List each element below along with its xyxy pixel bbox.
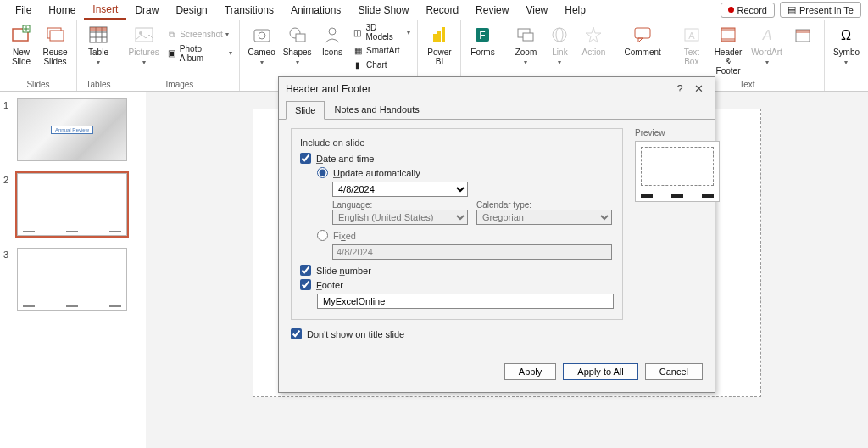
language-label: Language: <box>332 200 468 210</box>
photo-album-button[interactable]: ▣Photo Album ▾ <box>164 43 234 64</box>
date-time-checkbox[interactable] <box>300 153 311 164</box>
header-footer-button[interactable]: Header & Footer <box>709 22 747 77</box>
date-format-select[interactable]: 4/8/2024 <box>332 182 468 197</box>
textbox-label: Text Box <box>684 48 699 66</box>
comment-label: Comment <box>624 48 660 57</box>
action-button[interactable]: Action <box>577 22 609 69</box>
fixed-label: Fixed <box>333 231 356 241</box>
thumb-number: 2 <box>3 173 17 185</box>
svg-point-15 <box>259 32 265 39</box>
calendar-type-select[interactable]: Gregorian <box>476 210 612 225</box>
tab-notes-handouts[interactable]: Notes and Handouts <box>325 100 428 119</box>
reuse-slides-label: Reuse Slides <box>43 48 68 66</box>
dialog-close-button[interactable]: ✕ <box>689 82 708 95</box>
menu-design[interactable]: Design <box>167 2 215 19</box>
menu-slideshow[interactable]: Slide Show <box>349 2 417 19</box>
svg-text:A: A <box>688 31 695 41</box>
menu-draw[interactable]: Draw <box>126 2 167 19</box>
present-button[interactable]: ▤Present in Te <box>780 2 861 18</box>
dialog-help-button[interactable]: ? <box>670 82 689 95</box>
zoom-label: Zoom▾ <box>515 48 537 67</box>
svg-rect-34 <box>721 28 735 31</box>
tab-slide[interactable]: Slide <box>286 101 325 120</box>
fixed-date-input[interactable] <box>332 244 612 260</box>
menu-view[interactable]: View <box>517 2 556 19</box>
footer-text-input[interactable] <box>317 294 614 309</box>
fixed-radio[interactable] <box>317 230 328 241</box>
svg-rect-20 <box>437 31 441 42</box>
zoom-icon <box>514 24 537 46</box>
powerbi-icon <box>427 24 451 46</box>
date-time-quick-button[interactable] <box>787 22 819 77</box>
svg-rect-11 <box>90 27 107 31</box>
menu-review[interactable]: Review <box>467 2 517 19</box>
smartart-button[interactable]: ▦SmartArt <box>350 43 412 57</box>
icons-button[interactable]: Icons <box>316 22 348 71</box>
ribbon-group-images-label: Images <box>125 78 234 91</box>
menu-animations[interactable]: Animations <box>282 2 349 19</box>
icons-label: Icons <box>322 48 342 57</box>
svg-rect-5 <box>50 31 64 41</box>
apply-to-all-button[interactable]: Apply to All <box>563 363 637 380</box>
dont-show-title-label: Don't show on title slide <box>307 329 404 339</box>
screenshot-button[interactable]: ⧉Screenshot ▾ <box>164 28 234 42</box>
language-select[interactable]: English (United States) <box>332 210 468 225</box>
powerbi-button[interactable]: Power BI <box>423 22 455 68</box>
zoom-button[interactable]: Zoom▾ <box>509 22 542 69</box>
link-button[interactable]: Link▾ <box>543 22 576 69</box>
new-slide-button[interactable]: New Slide <box>5 22 37 68</box>
slide-thumbnail-1[interactable]: Annual Review <box>17 98 127 161</box>
svg-rect-21 <box>442 27 445 42</box>
svg-rect-12 <box>136 28 153 42</box>
svg-rect-14 <box>254 30 270 42</box>
menu-bar: File Home Insert Draw Design Transitions… <box>0 0 868 20</box>
svg-text:A: A <box>761 28 771 42</box>
cameo-button[interactable]: Cameo▾ <box>245 22 278 71</box>
cancel-button[interactable]: Cancel <box>645 363 703 380</box>
menu-file[interactable]: File <box>7 2 40 19</box>
update-auto-radio[interactable] <box>317 167 328 178</box>
record-button[interactable]: Record <box>721 3 775 18</box>
svg-marker-28 <box>586 27 601 42</box>
textbox-button[interactable]: AText Box <box>676 22 708 77</box>
dont-show-title-checkbox[interactable] <box>291 328 302 339</box>
footer-checkbox[interactable] <box>300 279 311 290</box>
preview-label: Preview <box>635 128 720 137</box>
menu-insert[interactable]: Insert <box>84 1 126 20</box>
chart-button[interactable]: ▮Chart <box>350 58 412 71</box>
slide-thumbnail-3[interactable] <box>17 248 127 311</box>
forms-button[interactable]: FForms <box>466 22 498 59</box>
menu-record[interactable]: Record <box>417 2 467 19</box>
3d-models-button[interactable]: ◫3D Models ▾ <box>350 22 412 42</box>
apply-button[interactable]: Apply <box>504 363 557 380</box>
table-label: Table ▾ <box>86 48 111 67</box>
table-icon <box>86 24 110 46</box>
reuse-slides-icon <box>43 24 67 46</box>
pictures-button[interactable]: Pictures▾ <box>125 22 162 69</box>
slide-thumbnail-2[interactable] <box>17 173 127 236</box>
wordart-button[interactable]: AWordArt▾ <box>748 22 785 77</box>
symbols-button[interactable]: ΩSymbo▾ <box>830 22 863 69</box>
pictures-label: Pictures▾ <box>129 48 159 67</box>
reuse-slides-button[interactable]: Reuse Slides <box>39 22 71 68</box>
shapes-button[interactable]: Shapes▾ <box>280 22 314 71</box>
menu-home[interactable]: Home <box>40 2 84 19</box>
shapes-icon <box>286 24 309 46</box>
record-dot-icon <box>728 7 734 13</box>
dialog-titlebar: Header and Footer ? ✕ <box>279 77 715 100</box>
dialog-title: Header and Footer <box>286 83 670 95</box>
comment-button[interactable]: Comment <box>620 22 664 59</box>
slide-number-checkbox[interactable] <box>300 265 311 276</box>
header-footer-icon <box>716 24 740 46</box>
thumb1-title: Annual Review <box>51 126 93 134</box>
menu-transitions[interactable]: Transitions <box>216 2 282 19</box>
ribbon-group-images: Pictures▾ ⧉Screenshot ▾ ▣Photo Album ▾ I… <box>120 20 240 91</box>
icons-icon <box>320 24 344 46</box>
symbols-label: Symbo▾ <box>833 48 860 67</box>
menu-help[interactable]: Help <box>556 2 594 19</box>
omega-icon: Ω <box>834 24 858 46</box>
footer-label: Footer <box>316 280 343 290</box>
svg-point-26 <box>553 28 566 42</box>
link-label: Link▾ <box>552 48 567 67</box>
table-button[interactable]: Table ▾ <box>82 22 114 69</box>
